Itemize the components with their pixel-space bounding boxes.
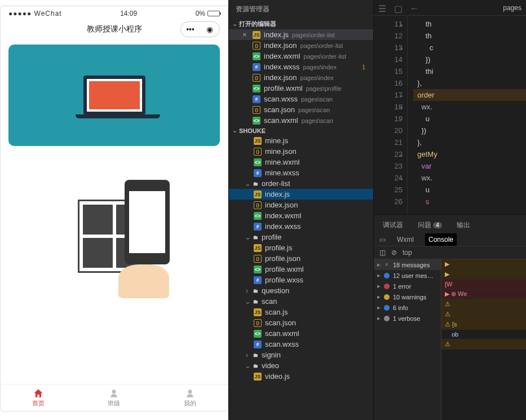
wxss-file-icon: # bbox=[254, 169, 262, 177]
file-item[interactable]: #profile.wxss bbox=[229, 275, 373, 285]
fold-icon[interactable]: ⌄ bbox=[399, 101, 404, 113]
file-item[interactable]: JSscan.js bbox=[229, 307, 373, 317]
project-header[interactable]: ⌄ SHOUKE bbox=[229, 126, 373, 135]
fold-icon[interactable]: ⌄ bbox=[399, 42, 404, 54]
file-item[interactable]: {}mine.json bbox=[229, 146, 373, 157]
clear-console-icon[interactable]: ⊘ bbox=[391, 249, 397, 257]
message-filter-list: ▸18 messages▸12 user mes…▸1 error▸10 war… bbox=[374, 259, 441, 420]
banner-image[interactable] bbox=[8, 45, 220, 146]
file-item[interactable]: JSmine.js bbox=[229, 135, 373, 146]
capsule-close-button[interactable]: ◉ bbox=[200, 22, 219, 37]
file-item[interactable]: JSvideo.js bbox=[229, 371, 373, 382]
console-line[interactable]: [W bbox=[441, 280, 526, 289]
folder-item[interactable]: ⌄🖿profile bbox=[229, 232, 373, 242]
fold-icon[interactable]: ⌄ bbox=[399, 172, 404, 184]
folder-item[interactable]: ›🖿question bbox=[229, 285, 373, 296]
file-item[interactable]: JSindex.js bbox=[229, 189, 373, 200]
file-path: pages\scan bbox=[301, 96, 333, 103]
file-item[interactable]: <>profile.wxml bbox=[229, 264, 373, 275]
message-filter-row[interactable]: ▸6 info bbox=[374, 302, 441, 313]
tabbar-item[interactable]: 首页 bbox=[1, 384, 76, 411]
message-filter-row[interactable]: ▸1 verbose bbox=[374, 313, 441, 324]
open-editor-item[interactable]: #index.wxss pages\index1 bbox=[229, 61, 373, 72]
tab-path[interactable]: pages bbox=[503, 4, 521, 12]
open-editor-item[interactable]: <>scan.wxml pages\scan bbox=[229, 115, 373, 126]
folder-item[interactable]: ⌄🖿video bbox=[229, 360, 373, 371]
chevron-down-icon: ⌄ bbox=[232, 127, 237, 134]
qr-scan-illustration[interactable] bbox=[8, 174, 220, 298]
subtab-console[interactable]: Console bbox=[425, 233, 457, 246]
file-item[interactable]: #index.wxss bbox=[229, 221, 373, 232]
phone-illustration bbox=[125, 180, 170, 264]
code-editor[interactable]: 11⌄1213⌄14151617⌄18⌄19202122⌄2324⌄2526 t… bbox=[374, 16, 526, 214]
back-icon[interactable]: ← bbox=[410, 3, 419, 12]
file-name: index.wxml bbox=[265, 211, 301, 220]
open-editor-item[interactable]: <>index.wxml pages\order-list bbox=[229, 51, 373, 61]
open-editor-item[interactable]: ×JSindex.js pages\order-list bbox=[229, 29, 373, 40]
file-item[interactable]: {}profile.json bbox=[229, 253, 373, 264]
sidebar-toggle-icon[interactable]: ◫ bbox=[379, 249, 386, 257]
chevron-down-icon: ⌄ bbox=[245, 297, 249, 306]
filter-text: 12 user mes… bbox=[393, 272, 434, 279]
file-name: profile.json bbox=[265, 254, 300, 263]
user-icon bbox=[384, 273, 390, 278]
open-editor-item[interactable]: {}scan.json pages\scan bbox=[229, 104, 373, 115]
message-filter-row[interactable]: ▸1 error bbox=[374, 281, 441, 291]
file-item[interactable]: JSprofile.js bbox=[229, 242, 373, 253]
file-item[interactable]: <>mine.wxml bbox=[229, 157, 373, 167]
file-path: pages\scan bbox=[302, 117, 333, 124]
expand-icon: ▸ bbox=[377, 282, 381, 290]
open-editors-header[interactable]: ⌄ 打开的编辑器 bbox=[229, 19, 373, 29]
file-name: profile.wxml bbox=[265, 265, 304, 273]
file-tree[interactable]: JSmine.js{}mine.json<>mine.wxml#mine.wxs… bbox=[229, 135, 373, 420]
open-editor-item[interactable]: <>profile.wxml pages\profile bbox=[229, 83, 373, 94]
open-editor-item[interactable]: {}index.json pages\order-list bbox=[229, 40, 373, 51]
close-icon[interactable]: × bbox=[242, 30, 249, 39]
tabbar-item[interactable]: 班级 bbox=[76, 384, 152, 411]
console-line[interactable]: ▶ bbox=[441, 259, 526, 269]
console-line[interactable]: ⚠ bbox=[441, 339, 526, 350]
file-name: mine.json bbox=[265, 147, 297, 156]
console-line[interactable]: ⚠ [s bbox=[441, 320, 526, 330]
file-item[interactable]: {}index.json bbox=[229, 200, 373, 210]
tab-debugger[interactable]: 调试器 bbox=[379, 218, 406, 232]
simulator-content[interactable] bbox=[1, 40, 228, 384]
code-lines[interactable]: th th c }) thi }, order wx. u }) }, getM… bbox=[408, 16, 526, 214]
scope-select[interactable]: top bbox=[403, 249, 412, 257]
console-line[interactable]: ⚠ bbox=[441, 299, 526, 310]
message-filter-row[interactable]: ▸10 warnings bbox=[374, 291, 441, 302]
file-item[interactable]: #scan.wxss bbox=[229, 339, 373, 350]
console-line[interactable]: ob bbox=[441, 330, 526, 339]
inspect-icon[interactable]: ▭ bbox=[379, 236, 386, 244]
fold-icon[interactable]: ⌄ bbox=[399, 18, 404, 30]
console-line[interactable]: ▶ ⊗ We bbox=[441, 289, 526, 299]
folder-icon: 🖿 bbox=[251, 362, 259, 370]
file-item[interactable]: <>index.wxml bbox=[229, 210, 373, 221]
fold-icon[interactable]: ⌄ bbox=[399, 148, 404, 160]
tabbar-item[interactable]: 我的 bbox=[152, 384, 228, 411]
open-editor-item[interactable]: #scan.wxss pages\scan bbox=[229, 94, 373, 104]
folder-item[interactable]: ⌄🖿order-list bbox=[229, 178, 373, 189]
open-editor-item[interactable]: {}index.json pages\index bbox=[229, 72, 373, 83]
message-filter-row[interactable]: ▸12 user mes… bbox=[374, 270, 441, 281]
console-line[interactable]: ▶ bbox=[441, 269, 526, 280]
folder-item[interactable]: ›🖿signin bbox=[229, 350, 373, 360]
tab-output[interactable]: 输出 bbox=[453, 218, 474, 232]
capsule-menu-button[interactable]: ••• bbox=[181, 22, 200, 37]
explorer-panel: 资源管理器 ⌄ 打开的编辑器 ×JSindex.js pages\order-l… bbox=[228, 0, 374, 420]
json-file-icon: {} bbox=[253, 42, 260, 50]
folder-item[interactable]: ⌄🖿scan bbox=[229, 296, 373, 307]
file-item[interactable]: <>scan.wxml bbox=[229, 328, 373, 339]
file-item[interactable]: {}scan.json bbox=[229, 317, 373, 328]
subtab-wxml[interactable]: Wxml bbox=[394, 233, 417, 246]
folder-name: order-list bbox=[262, 179, 290, 188]
bookmark-icon[interactable]: ▢ bbox=[394, 3, 403, 12]
file-item[interactable]: #mine.wxss bbox=[229, 167, 373, 178]
tab-problems[interactable]: 问题 4 bbox=[414, 218, 445, 232]
message-filter-row[interactable]: ▸18 messages bbox=[374, 259, 441, 270]
console-line[interactable]: ⚠ bbox=[441, 310, 526, 320]
simulator-titlebar: 教师授课小程序 ••• ◉ bbox=[1, 21, 228, 40]
console-output[interactable]: ▶▶[W▶ ⊗ We⚠⚠⚠ [sob⚠ bbox=[441, 259, 526, 420]
list-icon[interactable]: ☰ bbox=[378, 3, 387, 12]
fold-icon[interactable]: ⌄ bbox=[399, 89, 404, 101]
